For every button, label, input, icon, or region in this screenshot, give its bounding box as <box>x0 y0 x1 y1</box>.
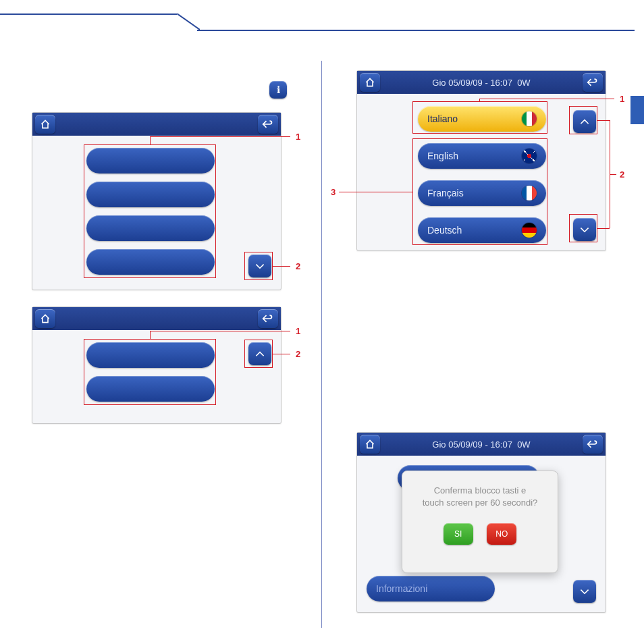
callout-box <box>569 214 597 242</box>
home-button[interactable] <box>35 115 55 134</box>
titlebar-label: Gio 05/09/09 - 16:07 0W <box>383 78 580 88</box>
home-button[interactable] <box>35 309 55 328</box>
callout-line <box>610 174 616 175</box>
callout-number: 1 <box>620 94 624 104</box>
callout-line <box>150 136 151 144</box>
titlebar <box>32 113 281 136</box>
titlebar-label: Gio 05/09/09 - 16:07 0W <box>383 439 580 450</box>
callout-line <box>150 331 290 331</box>
callout-line <box>597 228 610 229</box>
callout-line <box>479 99 614 99</box>
callout-number: 2 <box>296 349 300 359</box>
titlebar: Gio 05/09/09 - 16:07 0W <box>357 433 606 456</box>
dialog-no-button[interactable]: NO <box>487 523 516 545</box>
titlebar: Gio 05/09/09 - 16:07 0W <box>357 71 606 94</box>
callout-line <box>273 266 290 267</box>
back-button[interactable] <box>583 435 603 454</box>
callout-box <box>84 339 216 405</box>
callout-box <box>84 144 216 278</box>
menu-item-behind-label: Informazioni <box>376 583 427 594</box>
callout-line <box>597 120 610 121</box>
home-button[interactable] <box>360 73 380 92</box>
callout-line <box>150 331 151 339</box>
callout-box <box>412 101 547 134</box>
callout-box <box>244 340 273 368</box>
callout-number: 3 <box>331 187 336 197</box>
callout-line <box>150 136 290 137</box>
titlebar-power: 0W <box>517 78 531 88</box>
menu-item-behind: Informazioni <box>367 576 495 601</box>
titlebar-power: 0W <box>517 439 531 450</box>
home-button[interactable] <box>360 435 380 454</box>
page-border-left <box>0 14 177 15</box>
titlebar <box>32 307 281 330</box>
callout-number: 1 <box>296 326 300 336</box>
callout-number: 2 <box>296 261 300 271</box>
callout-box <box>244 252 273 280</box>
panel-lock-confirm: Gio 05/09/09 - 16:07 0W Informazioni Con… <box>356 432 606 613</box>
callout-line <box>273 354 290 354</box>
dialog-yes-button[interactable]: SI <box>444 523 473 545</box>
back-button[interactable] <box>583 73 603 92</box>
center-divider <box>321 61 322 628</box>
callout-number: 1 <box>296 132 300 142</box>
side-tab <box>630 96 644 124</box>
back-button[interactable] <box>258 115 278 134</box>
callout-number: 2 <box>620 169 624 180</box>
svg-line-0 <box>177 14 200 30</box>
callout-line <box>479 99 480 101</box>
dialog-line1: Conferma blocco tasti e <box>434 485 527 495</box>
callout-line <box>339 192 412 192</box>
callout-box <box>412 138 547 245</box>
dialog-message: Conferma blocco tasti e touch screen per… <box>416 485 544 508</box>
info-pin-icon: ℹ <box>269 81 287 99</box>
scroll-down-button[interactable] <box>573 580 596 603</box>
titlebar-datetime: Gio 05/09/09 - 16:07 <box>432 439 512 450</box>
dialog-line2: touch screen per 60 secondi? <box>423 498 538 508</box>
callout-box <box>569 106 597 134</box>
page-border-diagonal <box>177 14 200 30</box>
confirm-dialog: Conferma blocco tasti e touch screen per… <box>402 471 558 573</box>
page-border-right <box>197 30 635 31</box>
back-button[interactable] <box>258 309 278 328</box>
titlebar-datetime: Gio 05/09/09 - 16:07 <box>432 78 512 88</box>
